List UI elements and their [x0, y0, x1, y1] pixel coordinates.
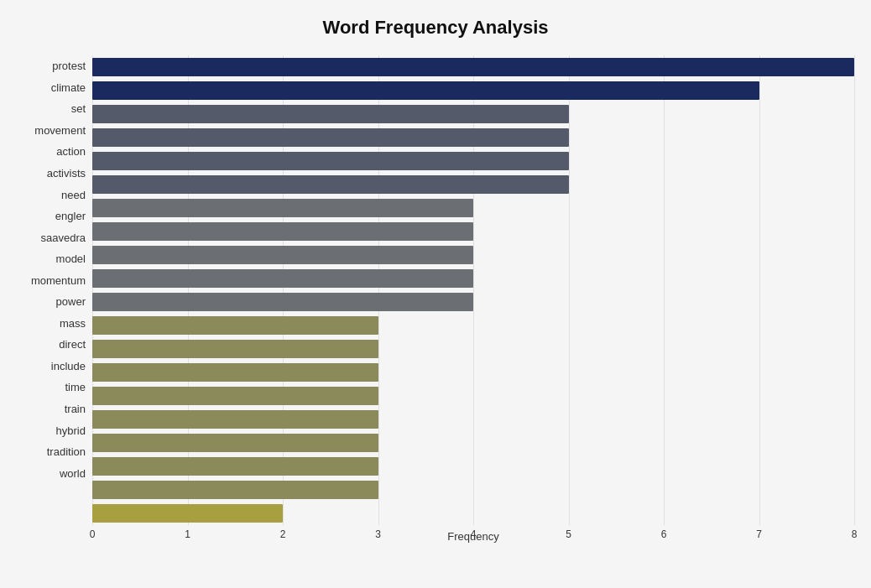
bar-row [92, 455, 854, 478]
y-label: momentum [31, 269, 86, 291]
bar [92, 434, 378, 452]
bar [92, 269, 473, 288]
chart-title: Word Frequency Analysis [17, 17, 854, 39]
y-label: direct [59, 334, 86, 356]
bar [92, 152, 569, 170]
bar-row [92, 478, 854, 502]
bar [92, 246, 473, 264]
x-tick: 7 [756, 528, 762, 540]
bar [92, 81, 759, 100]
x-tick: 3 [375, 528, 381, 540]
y-label: climate [51, 77, 86, 99]
x-tick: 0 [90, 528, 96, 540]
bar [92, 222, 473, 241]
bar [92, 457, 378, 476]
bar-row [92, 337, 854, 361]
y-label: activists [47, 163, 86, 185]
bar-row [92, 243, 854, 267]
bar-row [92, 502, 854, 525]
y-label: saavedra [41, 226, 86, 248]
bar-row [92, 314, 854, 337]
y-label: train [65, 398, 86, 420]
y-label: time [65, 377, 86, 398]
bar-row [92, 79, 854, 102]
bar-row [92, 126, 854, 149]
bar [92, 363, 378, 382]
bar [92, 387, 378, 405]
y-label: tradition [47, 441, 86, 463]
bar [92, 175, 569, 194]
y-label: world [60, 462, 86, 484]
bar-row [92, 173, 854, 196]
bar [92, 105, 569, 123]
bar [92, 481, 378, 499]
x-tick: 8 [852, 528, 858, 540]
bar [92, 199, 473, 217]
bar [92, 410, 378, 429]
bar-row [92, 220, 854, 243]
y-label: engler [55, 206, 86, 227]
y-label: power [56, 291, 86, 313]
y-label: movement [34, 120, 86, 142]
bar-row [92, 431, 854, 455]
bar [92, 504, 283, 523]
y-label: hybrid [56, 419, 86, 441]
bar-row [92, 361, 854, 384]
y-label: action [56, 141, 86, 163]
x-tick: 2 [280, 528, 286, 540]
chart-container: Word Frequency Analysis protestclimatese… [0, 0, 871, 588]
bar-row [92, 196, 854, 220]
y-axis: protestclimatesetmovementactionactivists… [17, 55, 92, 484]
bar-row [92, 290, 854, 314]
bar [92, 128, 569, 147]
y-label: set [71, 98, 86, 120]
x-tick: 6 [661, 528, 667, 540]
bar [92, 340, 378, 358]
x-tick: 1 [185, 528, 190, 540]
y-label: include [51, 356, 86, 377]
x-tick: 5 [566, 528, 571, 540]
bar [92, 316, 378, 335]
bar-row [92, 384, 854, 408]
x-tick: 4 [471, 528, 477, 540]
bar [92, 293, 473, 311]
bar [92, 58, 854, 76]
bars-container [92, 55, 854, 525]
y-label: mass [60, 313, 86, 335]
y-label: model [56, 248, 86, 270]
bar-row [92, 102, 854, 126]
bar-row [92, 408, 854, 431]
y-label: protest [52, 55, 86, 77]
bar-row [92, 149, 854, 173]
plot-area: 012345678 Frequency [92, 55, 854, 484]
bar-row [92, 55, 854, 79]
bar-row [92, 267, 854, 290]
y-label: need [61, 184, 86, 206]
